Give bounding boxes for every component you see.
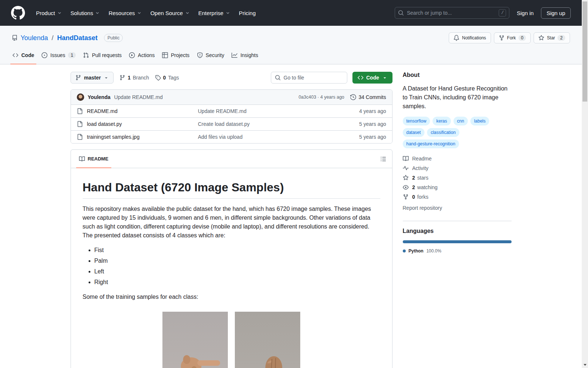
tab-actions[interactable]: Actions — [125, 49, 158, 64]
stars-label: stars — [417, 175, 428, 181]
scroll-down-arrow-icon[interactable] — [582, 362, 588, 367]
star-count: 2 — [557, 35, 565, 41]
code-icon — [358, 75, 363, 81]
commit-history-link[interactable]: 34 Commits — [350, 94, 386, 100]
nav-resources[interactable]: Resources — [104, 7, 146, 19]
topic-tag[interactable]: classification — [427, 128, 459, 137]
star-button[interactable]: Star 2 — [534, 32, 570, 43]
go-to-file-input[interactable] — [284, 75, 350, 81]
topic-tag[interactable]: tensorflow — [403, 117, 430, 125]
table-row: load dataset.py Create load dataset.py 5… — [71, 117, 392, 130]
fork-button[interactable]: Fork 0 — [494, 32, 531, 43]
nav-product-label: Product — [36, 10, 55, 16]
readme-paragraph: This repository makes available the publ… — [83, 205, 380, 240]
stars-link[interactable]: 2 stars — [403, 175, 512, 181]
book-icon — [79, 156, 85, 162]
tab-pull-requests[interactable]: Pull requests — [79, 49, 125, 64]
tab-projects[interactable]: Projects — [158, 49, 193, 64]
commits-count: 34 — [359, 94, 365, 100]
readme-content: Hand Dataset (6720 Image Samples) This r… — [71, 168, 392, 368]
nav-enterprise[interactable]: Enterprise — [194, 7, 234, 19]
file-icon — [77, 108, 83, 114]
go-to-file-box[interactable] — [271, 72, 347, 84]
nav-open-source[interactable]: Open Source — [146, 7, 194, 19]
nav-pricing[interactable]: Pricing — [234, 7, 260, 19]
topic-tag[interactable]: hand-gesture-recognition — [403, 139, 459, 148]
bell-icon — [453, 35, 459, 41]
book-icon — [403, 156, 409, 162]
language-percent: 100.0% — [426, 248, 441, 254]
chevron-down-icon — [226, 11, 230, 15]
fork-icon — [403, 194, 409, 200]
git-branch-icon — [119, 75, 125, 81]
report-repository-link[interactable]: Report repository — [403, 205, 442, 211]
repo-meta-list: Readme Activity 2 stars 2 watching — [403, 156, 512, 200]
avatar[interactable] — [77, 93, 84, 101]
file-name-link[interactable]: README.md — [87, 108, 118, 114]
branches-link[interactable]: 1 Branch — [119, 75, 149, 81]
sidebar: About A Dataset for Hand Gesture Recogni… — [403, 72, 512, 368]
file-commit-message-link[interactable]: Add files via upload — [198, 134, 338, 140]
tags-link[interactable]: 0 Tags — [155, 75, 179, 81]
star-label: Star — [547, 35, 555, 40]
topic-tag[interactable]: labels — [470, 117, 489, 125]
fork-count: 0 — [519, 35, 526, 41]
notifications-button[interactable]: Notifications — [449, 32, 491, 43]
browser-scrollbar[interactable] — [582, 0, 588, 368]
hand-sample-image-pointing — [162, 312, 228, 368]
sign-up-button[interactable]: Sign up — [541, 7, 571, 19]
file-commit-time: 5 years ago — [338, 134, 386, 140]
watching-link[interactable]: 2 watching — [403, 184, 512, 190]
code-dropdown-button[interactable]: Code — [352, 72, 392, 84]
table-row: README.md Update README.md 4 years ago — [71, 105, 392, 117]
table-row: trainingset samples.jpg Add files via up… — [71, 130, 392, 143]
activity-link[interactable]: Activity — [403, 165, 512, 171]
star-icon — [403, 175, 409, 181]
tab-insights[interactable]: Insights — [228, 49, 262, 64]
scrollbar-thumb[interactable] — [582, 1, 587, 102]
nav-product[interactable]: Product — [32, 7, 66, 19]
search-input[interactable] — [407, 10, 496, 16]
tab-readme[interactable]: README — [75, 150, 112, 168]
forks-link[interactable]: 0 forks — [403, 194, 512, 200]
file-name-link[interactable]: load dataset.py — [87, 121, 122, 127]
chevron-down-icon — [57, 11, 62, 15]
github-logo-icon[interactable] — [11, 6, 25, 20]
repo-header: Youlenda / HandDataset Public Notificati… — [0, 26, 582, 64]
shield-icon — [197, 52, 203, 58]
topic-tag[interactable]: cnn — [453, 117, 468, 125]
tab-pull-requests-label: Pull requests — [92, 52, 122, 58]
repo-tab-nav: Code Issues 1 Pull requests Actions Proj… — [0, 49, 582, 64]
readme-link[interactable]: Readme — [403, 156, 512, 162]
forks-count: 0 — [412, 194, 415, 200]
stars-count: 2 — [412, 175, 415, 181]
language-item[interactable]: Python 100.0% — [403, 248, 512, 254]
repo-owner-link[interactable]: Youlenda — [21, 34, 48, 42]
branch-selector-button[interactable]: master — [71, 72, 114, 84]
repo-name-link[interactable]: HandDataset — [57, 34, 97, 42]
list-item: Left — [94, 267, 380, 276]
star-icon — [538, 35, 544, 41]
nav-solutions[interactable]: Solutions — [66, 7, 104, 19]
commit-author-link[interactable]: Youlenda — [88, 94, 111, 100]
file-name-link[interactable]: trainingset samples.jpg — [87, 134, 140, 140]
file-commit-message-link[interactable]: Create load dataset.py — [198, 121, 338, 127]
commit-hash-time[interactable]: 0a3c403 · 4 years ago — [298, 95, 344, 100]
tab-security[interactable]: Security — [193, 49, 228, 64]
language-color-dot — [403, 250, 406, 252]
outline-button[interactable] — [379, 155, 388, 163]
global-search[interactable]: / — [395, 7, 509, 19]
sign-in-link[interactable]: Sign in — [514, 8, 537, 18]
nav-resources-label: Resources — [108, 10, 135, 16]
topic-tag[interactable]: keras — [433, 117, 451, 125]
play-icon — [129, 52, 135, 58]
training-sample-images — [83, 312, 380, 368]
tags-label: Tags — [168, 75, 179, 81]
table-icon — [162, 52, 168, 58]
commit-message-link[interactable]: Update README.md — [114, 94, 162, 100]
tab-code[interactable]: Code — [9, 49, 38, 64]
topic-tag[interactable]: dataset — [403, 128, 424, 137]
tab-issues[interactable]: Issues 1 — [38, 49, 79, 64]
file-commit-message-link[interactable]: Update README.md — [198, 108, 338, 114]
language-bar[interactable] — [403, 240, 512, 243]
